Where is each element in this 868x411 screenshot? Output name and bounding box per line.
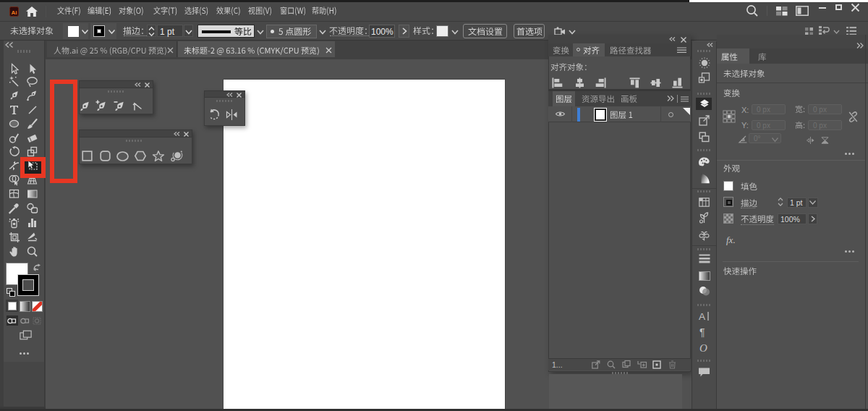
svg-text:A: A bbox=[699, 311, 705, 322]
svg-text:O: O bbox=[699, 342, 707, 354]
svg-text:¶: ¶ bbox=[699, 326, 705, 338]
